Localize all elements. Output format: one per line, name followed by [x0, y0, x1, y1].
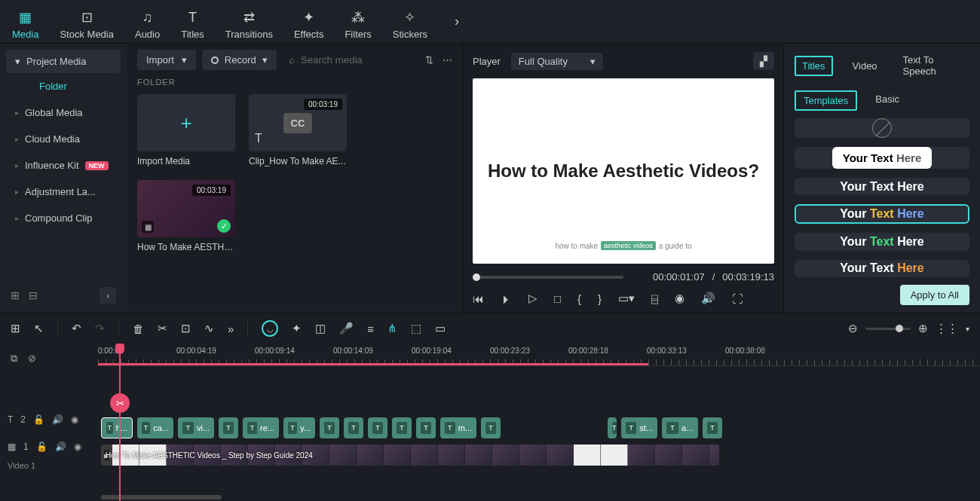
camera-icon[interactable]: ◉ — [675, 292, 684, 305]
ai-icon[interactable]: ◡ — [262, 320, 278, 337]
filter-icon[interactable]: ⇅ — [425, 54, 433, 66]
nav-tab-titles[interactable]: TTitles — [181, 3, 204, 40]
quality-select[interactable]: Full Quality▾ — [511, 53, 603, 70]
duplicate-icon[interactable]: ⧉ — [11, 353, 17, 365]
more-icon[interactable]: ⋯ — [443, 54, 452, 66]
split-icon[interactable]: ✂ — [158, 322, 167, 335]
title-clip[interactable]: Tm... — [440, 417, 476, 438]
volume-icon[interactable]: 🔊 — [701, 292, 715, 305]
title-template[interactable]: Your Text Here — [795, 204, 969, 224]
title-clip[interactable]: Ty... — [283, 417, 315, 438]
sidebar-cloud-media[interactable]: ▸Cloud Media — [6, 126, 121, 152]
mark-in-icon[interactable]: { — [577, 292, 581, 305]
marker-icon[interactable]: ▭▾ — [618, 292, 635, 305]
zoom-slider[interactable] — [865, 328, 911, 330]
dropdown-icon[interactable]: ▾ — [966, 325, 969, 333]
title-clip[interactable]: T — [416, 417, 436, 438]
unlink-icon[interactable]: ⊘ — [28, 353, 36, 365]
list-icon[interactable]: ≡ — [367, 322, 374, 335]
aspect-icon[interactable]: ▭ — [435, 322, 446, 335]
screen-icon[interactable]: ⌸ — [651, 292, 658, 305]
import-button[interactable]: Import▾ — [137, 50, 196, 70]
mute-icon[interactable]: 🔊 — [55, 441, 66, 452]
split-handle-icon[interactable]: ✂ — [110, 393, 130, 413]
track-header-1[interactable]: T2 🔓 🔊 ◉ — [8, 408, 90, 431]
title-clip[interactable]: Tca... — [137, 417, 173, 438]
fullscreen-icon[interactable]: ⛶ — [732, 292, 743, 305]
title-clip[interactable]: T — [608, 417, 617, 438]
delete-icon[interactable]: 🗑 — [133, 322, 144, 335]
title-clip[interactable]: Tvi... — [178, 417, 214, 438]
collapse-sidebar-icon[interactable]: ‹ — [100, 287, 116, 304]
title-clip[interactable]: Th... — [101, 417, 133, 438]
sidebar-global-media[interactable]: ▸Global Media — [6, 99, 121, 126]
title-clip[interactable]: T — [481, 417, 501, 438]
mark-out-icon[interactable]: } — [598, 292, 602, 305]
right-tab-titles[interactable]: Titles — [795, 56, 833, 76]
shield-icon[interactable]: ◫ — [315, 322, 326, 335]
snapshot-icon[interactable]: ▞ — [753, 52, 774, 70]
mute-icon[interactable]: 🔊 — [52, 414, 63, 425]
zoom-in-icon[interactable]: ⊕ — [918, 322, 928, 335]
redo-icon[interactable]: ↷ — [95, 322, 105, 335]
undo-icon[interactable]: ↶ — [72, 322, 81, 335]
player-progress[interactable] — [473, 276, 623, 279]
title-template[interactable]: Your Text Here — [795, 178, 969, 195]
magnet-icon[interactable]: ⋔ — [387, 322, 397, 335]
title-clip[interactable]: Tst... — [621, 417, 657, 438]
title-clip[interactable]: T — [320, 417, 339, 438]
playhead[interactable]: ✂ — [119, 344, 121, 501]
video-clip[interactable]: ▸ How To Make AESTHETIC Videos _ Step by… — [101, 444, 719, 466]
title-clip[interactable]: Tre... — [243, 417, 279, 438]
nav-tab-media[interactable]: ▦Media — [12, 3, 38, 40]
player-viewport[interactable]: How to Make Aesthetic Videos? how to mak… — [473, 78, 774, 264]
step-back-icon[interactable]: ⏵ — [501, 292, 512, 305]
subtab-templates[interactable]: Templates — [795, 90, 857, 111]
more-tools-icon[interactable]: » — [228, 322, 234, 335]
title-clip[interactable]: T — [344, 417, 363, 438]
right-tab-video[interactable]: Video — [847, 57, 884, 75]
sidebar-compound-clip[interactable]: ▸Compound Clip — [6, 205, 121, 231]
visibility-icon[interactable]: ◉ — [74, 441, 81, 452]
title-clip[interactable]: T — [219, 417, 238, 438]
nav-tab-transitions[interactable]: ⇄Transitions — [225, 3, 273, 40]
nav-tab-audio[interactable]: ♫Audio — [135, 3, 160, 40]
play-icon[interactable]: ▷ — [528, 292, 537, 305]
lock-icon[interactable]: 🔓 — [36, 441, 47, 452]
new-folder-icon[interactable]: ⊞ — [11, 289, 20, 301]
nav-tab-stock-media[interactable]: ⊡Stock Media — [60, 3, 114, 40]
title-clip[interactable]: T — [368, 417, 387, 438]
crop-icon[interactable]: ⊡ — [181, 322, 191, 335]
zoom-out-icon[interactable]: ⊖ — [848, 322, 858, 335]
nav-more-icon[interactable]: › — [455, 14, 459, 29]
right-tab-tts[interactable]: Text To Speech — [897, 51, 969, 80]
mic-icon[interactable]: 🎤 — [339, 322, 354, 335]
title-template[interactable]: Your Text Here — [795, 260, 969, 277]
visibility-icon[interactable]: ◉ — [71, 414, 78, 425]
title-clip[interactable]: Ta... — [662, 417, 698, 438]
title-clip[interactable]: T — [703, 417, 722, 438]
media-import-tile[interactable]: + Import Media — [137, 94, 235, 166]
title-template[interactable] — [795, 118, 969, 138]
title-template[interactable]: Your Text Here — [795, 233, 969, 250]
sparkle-icon[interactable]: ✦ — [292, 322, 302, 335]
link-folder-icon[interactable]: ⊟ — [29, 289, 38, 301]
sidebar-project-media[interactable]: ▾Project Media — [6, 50, 121, 73]
sidebar-folder[interactable]: Folder — [6, 73, 121, 99]
apply-all-button[interactable]: Apply to All — [900, 285, 969, 305]
title-clip[interactable]: T — [392, 417, 412, 438]
stop-icon[interactable]: □ — [554, 292, 561, 305]
media-item-video[interactable]: 00:03:19▦✓ How To Make AESTHE... — [137, 180, 235, 252]
prev-frame-icon[interactable]: ⏮ — [473, 292, 484, 305]
sidebar-adjustment-layer[interactable]: ▸Adjustment La... — [6, 179, 121, 205]
cursor-icon[interactable]: ↖ — [34, 322, 44, 335]
nav-tab-effects[interactable]: ✦Effects — [294, 3, 324, 40]
grid-icon[interactable]: ⋮⋮ — [936, 322, 958, 335]
nav-tab-filters[interactable]: ⁂Filters — [345, 3, 371, 40]
media-item-cc[interactable]: 00:03:19CCT Clip_How To Make AE... — [249, 94, 347, 166]
sidebar-influence-kit[interactable]: ▸Influence KitNEW — [6, 152, 121, 179]
title-template[interactable]: Your Text Here — [795, 147, 969, 169]
lock-icon[interactable]: 🔓 — [33, 414, 44, 425]
nav-tab-stickers[interactable]: ✧Stickers — [393, 3, 427, 40]
search-input[interactable] — [301, 54, 413, 66]
